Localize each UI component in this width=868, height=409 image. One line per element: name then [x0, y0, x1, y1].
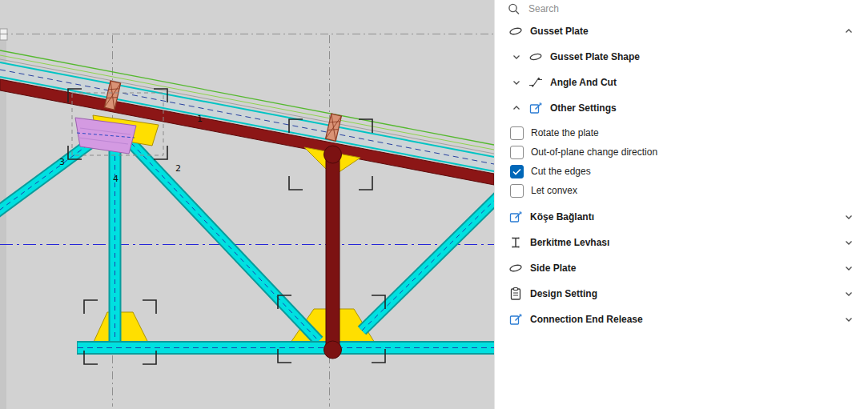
checkbox-row-out-of-plane[interactable]: Out-of-plane change direction — [495, 142, 868, 162]
member-label-1: 1 — [197, 114, 203, 124]
checkbox-label: Let convex — [531, 185, 577, 196]
truss-drawing: 1 2 3 4 — [0, 0, 494, 409]
section-label: Connection End Release — [530, 314, 643, 325]
plate-icon — [508, 24, 523, 38]
section-side-plate[interactable]: Side Plate — [495, 258, 868, 279]
clipboard-icon — [508, 287, 523, 301]
edit-icon — [508, 210, 523, 224]
chevron-down-icon — [844, 315, 854, 324]
chevron-down-icon — [512, 78, 521, 87]
section-label: Design Setting — [530, 288, 597, 299]
cad-viewport[interactable]: 1 2 3 4 — [0, 0, 494, 409]
ibeam-icon — [508, 235, 523, 250]
subsection-label: Angle And Cut — [550, 77, 617, 88]
search-row — [495, 0, 868, 18]
chevron-up-icon — [844, 26, 854, 36]
checkbox-row-let-convex[interactable]: Let convex — [495, 181, 868, 200]
chevron-down-icon — [844, 238, 854, 247]
checkbox-label: Cut the edges — [531, 166, 591, 177]
section-design-setting[interactable]: Design Setting — [495, 283, 868, 304]
checkbox-label: Rotate the plate — [531, 127, 599, 138]
checkbox[interactable] — [510, 165, 524, 178]
section-label: Köşe Bağlantı — [530, 211, 594, 223]
checkbox[interactable] — [510, 146, 524, 159]
section-label: Berkitme Levhası — [530, 237, 609, 248]
subsection-angle-and-cut[interactable]: Angle And Cut — [495, 72, 868, 93]
member-label-3: 3 — [59, 157, 65, 167]
checkbox-row-cut-the-edges[interactable]: Cut the edges — [495, 162, 868, 181]
section-label: Gusset Plate — [530, 26, 589, 37]
subsection-gusset-plate-shape[interactable]: Gusset Plate Shape — [495, 46, 868, 67]
search-input[interactable] — [527, 2, 722, 15]
plate-icon — [528, 50, 543, 64]
chevron-down-icon — [844, 289, 854, 299]
checkbox-row-rotate-the-plate[interactable]: Rotate the plate — [495, 123, 868, 142]
pipe-column — [324, 146, 342, 359]
member-label-4: 4 — [113, 174, 119, 184]
section-label: Side Plate — [530, 263, 576, 274]
subsection-label: Gusset Plate Shape — [550, 51, 640, 62]
edit-icon — [508, 312, 523, 327]
angle-cut-icon — [528, 75, 543, 90]
chevron-down-icon — [844, 212, 854, 222]
section-kose-baglanti[interactable]: Köşe Bağlantı — [495, 207, 868, 227]
chevron-up-icon — [512, 103, 521, 113]
plate-icon — [508, 261, 523, 275]
search-icon — [508, 2, 520, 15]
connection-settings-panel: Gusset Plate Gusset Plate Shape Angle An… — [494, 0, 868, 409]
section-berkitme-levhasi[interactable]: Berkitme Levhası — [495, 232, 868, 253]
member-label-2: 2 — [175, 163, 181, 174]
section-gusset-plate[interactable]: Gusset Plate — [495, 21, 868, 42]
checkbox-label: Out-of-plane change direction — [531, 146, 657, 158]
connection-design-app: 1 2 3 4 Gusset Plate — [0, 0, 868, 409]
subsection-other-settings[interactable]: Other Settings — [495, 98, 868, 118]
checkbox[interactable] — [510, 184, 524, 198]
chevron-down-icon — [512, 52, 521, 62]
subsection-label: Other Settings — [550, 102, 617, 114]
section-connection-end-release[interactable]: Connection End Release — [495, 309, 868, 330]
chevron-down-icon — [844, 263, 854, 273]
checkbox[interactable] — [510, 126, 524, 140]
edit-icon — [528, 101, 543, 115]
